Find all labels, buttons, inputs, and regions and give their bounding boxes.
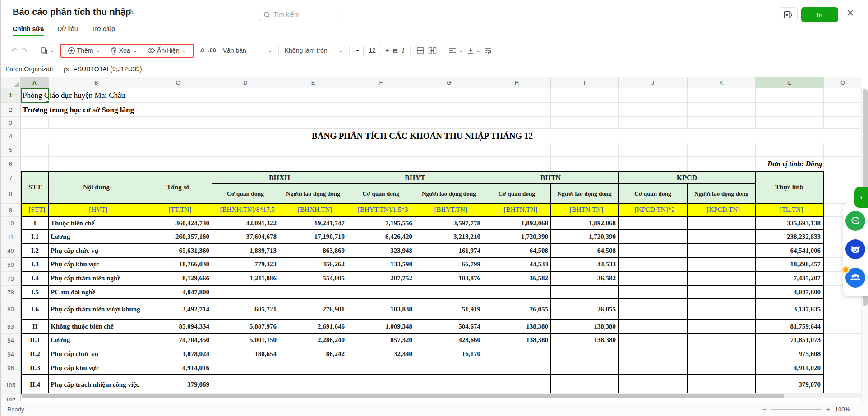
header-group-label[interactable]: BHXH [212,171,347,184]
cell-F1[interactable] [347,88,415,103]
cell-value[interactable] [688,244,756,258]
cell-G3[interactable] [415,117,483,129]
cell-value[interactable]: 37,604,678 [212,230,279,244]
cell-value[interactable] [212,286,279,299]
bold-button[interactable]: B [393,47,398,55]
cell-value[interactable]: 64,541,006 [756,244,824,258]
cell-value[interactable]: 66,799 [415,258,483,272]
cell-L3[interactable] [756,117,824,129]
cell-value[interactable] [688,361,756,375]
cell-value[interactable]: 74,704,350 [144,334,212,347]
column-header-C[interactable]: C [144,77,212,88]
column-header-H[interactable]: H [483,77,551,88]
row-header-94[interactable]: 94 [1,347,21,361]
close-icon[interactable]: ✕ [846,8,854,18]
cell-value[interactable]: 138,380 [551,334,619,347]
cell-D3[interactable] [212,117,279,129]
column-header-F[interactable]: F [347,77,415,88]
cell-value[interactable] [619,347,688,361]
header-nguoi-lao-dong-dong[interactable]: Người lao động đóng [688,184,756,204]
cell-A1[interactable] [21,88,49,103]
cell-O84[interactable] [824,334,862,347]
cell-stt[interactable]: I.1 [21,230,49,244]
cell-O83[interactable] [824,320,862,334]
cell-H4[interactable] [483,129,551,143]
cell-H2[interactable] [483,103,551,117]
print-button[interactable]: In [801,7,838,22]
cell-G4[interactable] [415,129,483,143]
cell-value[interactable]: 7,195,556 [347,217,415,230]
cell-noi-dung[interactable]: Phụ cấp chức vụ [49,347,144,361]
an-hien-dropdown[interactable]: Ẩn/Hiện⌄ [147,47,186,54]
cell-value[interactable]: 161,974 [415,244,483,258]
them-dropdown[interactable]: Thêm⌄ [68,47,100,55]
row-header-105[interactable]: 105 [1,375,21,395]
cell-value[interactable] [279,375,347,395]
cell-noi-dung[interactable]: Không thuộc biên chế [49,320,144,334]
name-box[interactable]: ParentOrganizati [1,65,58,73]
cell-noi-dung[interactable]: Phụ cấp chức vụ [49,244,144,258]
cell-value[interactable] [212,375,279,395]
increase-decimal-button[interactable]: .00 [208,47,216,54]
cell-J4[interactable] [619,129,688,143]
cell-value[interactable] [551,347,619,361]
cell-value[interactable] [415,286,483,299]
column-header-L[interactable]: L [756,77,824,88]
cell-value[interactable] [279,361,347,375]
cell-value[interactable] [483,361,551,375]
font-size-input[interactable]: 12 [363,45,381,56]
cell-value[interactable]: 65,631,360 [144,244,212,258]
edit-title-icon[interactable]: ✎ [128,8,134,17]
header-stt[interactable]: STT [21,171,49,204]
cell-A3[interactable] [21,117,49,129]
cell-value[interactable] [688,320,756,334]
cell-B3[interactable] [49,117,144,129]
cell-A6[interactable] [21,157,49,171]
cell-C4[interactable] [144,129,212,143]
cell-value[interactable]: 323,948 [347,244,415,258]
cell-noi-dung[interactable]: Lương [49,230,144,244]
row-header-11[interactable]: 11 [1,230,21,244]
row-header-84[interactable]: 84 [1,334,21,347]
cell-value[interactable]: 428,660 [415,334,483,347]
column-header-K[interactable]: K [688,77,756,88]
cell-O2[interactable] [824,103,862,117]
formula-cell[interactable]: =[TT.TN] [144,204,212,217]
cell-value[interactable]: 42,091,322 [212,217,279,230]
header-group-label[interactable]: BHYT [347,171,483,184]
cell-noi-dung[interactable]: Phụ cấp khu vực [49,361,144,375]
row-header-2[interactable]: 2 [1,103,21,117]
cell-O1[interactable] [824,88,862,103]
cell-noi-dung[interactable]: Phụ cấp thâm niên vượt khung [49,299,144,320]
column-header-O[interactable]: O [824,77,862,88]
cell-I3[interactable] [551,117,619,129]
cell-O94[interactable] [824,347,862,361]
cell-value[interactable] [415,375,483,395]
cell-value[interactable] [688,299,756,320]
cell-stt[interactable]: I.4 [21,272,49,286]
cell-value[interactable]: 238,232,833 [756,230,824,244]
cell-value[interactable]: 19,241,747 [279,217,347,230]
cell-noi-dung[interactable]: Thuộc biên chế [49,217,144,230]
cell-value[interactable]: 975,608 [756,347,824,361]
collapse-panel-tab[interactable]: › [854,187,868,208]
cell-value[interactable]: 44,533 [483,258,551,272]
cell-value[interactable]: 3,492,714 [144,299,212,320]
cell-F6[interactable] [347,157,415,171]
cell-value[interactable]: 64,508 [551,244,619,258]
row-header-50[interactable]: 50 [1,258,21,272]
cell-value[interactable] [551,375,619,395]
cell-value[interactable]: 779,323 [212,258,279,272]
horizontal-scrollbar-thumb[interactable] [22,394,784,398]
cell-D5[interactable] [212,143,279,157]
cell-value[interactable]: 103,838 [347,299,415,320]
row-header-10[interactable]: 10 [1,217,21,230]
borders-button[interactable] [416,47,424,55]
cell-value[interactable] [688,334,756,347]
cell-value[interactable]: 2,691,646 [279,320,347,334]
cell-G2[interactable] [415,103,483,117]
cell-value[interactable]: 32,340 [347,347,415,361]
cell-value[interactable]: 26,055 [483,299,551,320]
undo-button[interactable]: ↶ [11,47,17,55]
cell-L4[interactable] [756,129,824,143]
